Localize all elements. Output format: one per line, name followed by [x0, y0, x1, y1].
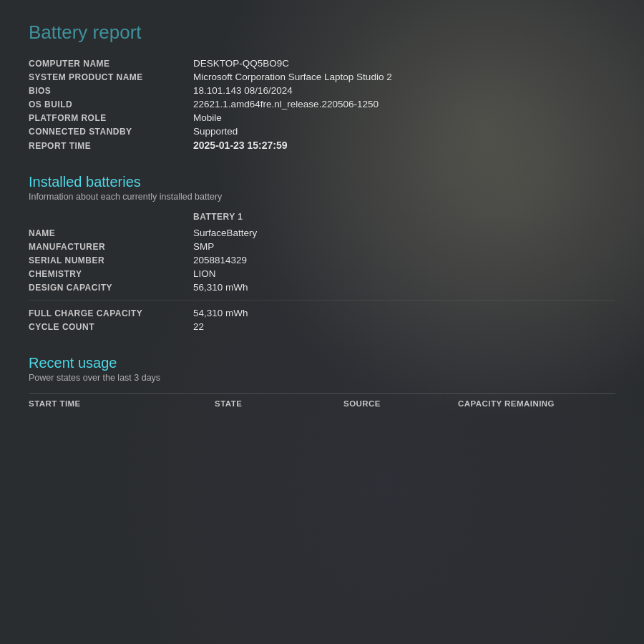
page-content: Battery report COMPUTER NAME DESKTOP-QQ5… [0, 0, 644, 644]
value-report-time: 2025-01-23 15:27:59 [193, 140, 288, 151]
info-row-os-build: OS BUILD 22621.1.amd64fre.nl_release.220… [29, 97, 615, 111]
battery-divider [29, 300, 615, 301]
label-cycle-count: CYCLE COUNT [29, 322, 193, 332]
label-connected-standby: CONNECTED STANDBY [29, 127, 193, 137]
battery-row-cycle-count: CYCLE COUNT 22 [29, 320, 615, 333]
col-header-start-time: START TIME [29, 399, 215, 408]
value-serial-number: 2058814329 [193, 255, 247, 265]
value-design-capacity: 56,310 mWh [193, 282, 248, 293]
label-computer-name: COMPUTER NAME [29, 59, 193, 69]
info-row-report-time: REPORT TIME 2025-01-23 15:27:59 [29, 138, 615, 152]
battery-row-name: NAME SurfaceBattery [29, 226, 615, 240]
label-bios: BIOS [29, 86, 193, 96]
battery-row-design-capacity: DESIGN CAPACITY 56,310 mWh [29, 280, 615, 294]
info-row-connected-standby: CONNECTED STANDBY Supported [29, 125, 615, 138]
battery-row-full-charge: FULL CHARGE CAPACITY 54,310 mWh [29, 306, 615, 320]
info-row-system-product: SYSTEM PRODUCT NAME Microsoft Corporatio… [29, 70, 615, 84]
label-os-build: OS BUILD [29, 99, 193, 109]
value-battery-name: SurfaceBattery [193, 228, 257, 238]
value-chemistry: LION [193, 268, 216, 279]
label-full-charge-capacity: FULL CHARGE CAPACITY [29, 308, 193, 318]
system-info-table: COMPUTER NAME DESKTOP-QQ5BO9C SYSTEM PRO… [29, 57, 615, 152]
recent-usage-subtitle: Power states over the last 3 days [29, 373, 615, 383]
value-computer-name: DESKTOP-QQ5BO9C [193, 58, 289, 69]
value-connected-standby: Supported [193, 126, 238, 137]
page-title: Battery report [29, 21, 615, 44]
info-row-platform-role: PLATFORM ROLE Mobile [29, 111, 615, 125]
label-manufacturer: MANUFACTURER [29, 242, 193, 252]
label-chemistry: CHEMISTRY [29, 269, 193, 279]
label-battery-name: NAME [29, 228, 193, 238]
label-serial-number: SERIAL NUMBER [29, 255, 193, 265]
label-platform-role: PLATFORM ROLE [29, 113, 193, 123]
battery-row-manufacturer: MANUFACTURER SMP [29, 240, 615, 253]
col-header-state: STATE [215, 399, 343, 408]
battery-column-header-row: BATTERY 1 [29, 212, 615, 222]
label-design-capacity: DESIGN CAPACITY [29, 283, 193, 293]
label-system-product: SYSTEM PRODUCT NAME [29, 72, 193, 82]
label-report-time: REPORT TIME [29, 141, 193, 151]
battery-row-chemistry: CHEMISTRY LION [29, 267, 615, 280]
installed-batteries-title: Installed batteries [29, 174, 615, 190]
value-system-product: Microsoft Corporation Surface Laptop Stu… [193, 72, 392, 82]
installed-batteries-subtitle: Information about each currently install… [29, 192, 615, 202]
recent-usage-section: Recent usage Power states over the last … [29, 355, 615, 408]
recent-usage-header: Recent usage Power states over the last … [29, 355, 615, 383]
battery-info-table: NAME SurfaceBattery MANUFACTURER SMP SER… [29, 226, 615, 333]
info-row-computer-name: COMPUTER NAME DESKTOP-QQ5BO9C [29, 57, 615, 70]
value-full-charge-capacity: 54,310 mWh [193, 308, 248, 318]
info-row-bios: BIOS 18.101.143 08/16/2024 [29, 84, 615, 97]
recent-usage-title: Recent usage [29, 355, 615, 371]
installed-batteries-header: Installed batteries Information about ea… [29, 174, 615, 202]
value-platform-role: Mobile [193, 112, 222, 123]
battery-column-label: BATTERY 1 [193, 212, 243, 222]
installed-batteries-section: Installed batteries Information about ea… [29, 174, 615, 333]
col-header-capacity: CAPACITY REMAINING [458, 399, 615, 408]
value-cycle-count: 22 [193, 321, 204, 332]
col-header-source: SOURCE [343, 399, 458, 408]
value-manufacturer: SMP [193, 241, 214, 252]
battery-row-serial: SERIAL NUMBER 2058814329 [29, 253, 615, 267]
value-os-build: 22621.1.amd64fre.nl_release.220506-1250 [193, 99, 379, 109]
usage-table-header: START TIME STATE SOURCE CAPACITY REMAINI… [29, 393, 615, 408]
value-bios: 18.101.143 08/16/2024 [193, 85, 293, 96]
